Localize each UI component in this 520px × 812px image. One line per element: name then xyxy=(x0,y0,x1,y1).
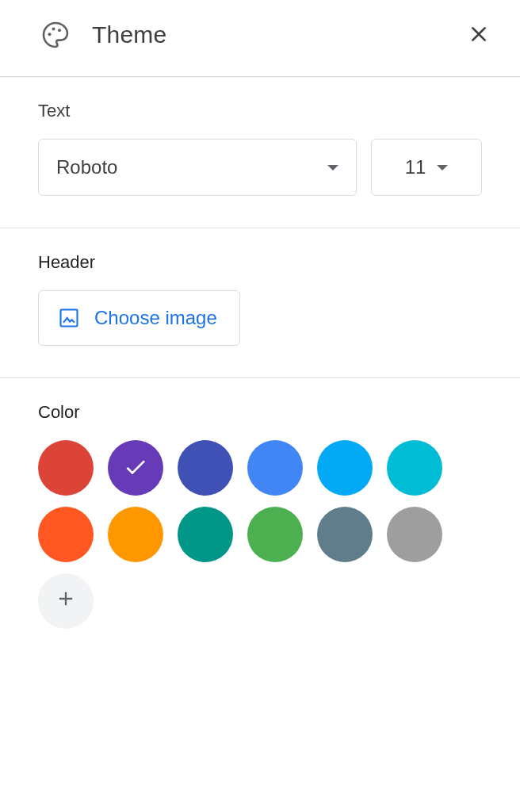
color-swatch-6[interactable] xyxy=(38,507,94,562)
color-swatch-9[interactable] xyxy=(247,507,303,562)
color-swatch-4[interactable] xyxy=(317,440,373,496)
svg-point-2 xyxy=(58,29,61,32)
svg-rect-3 xyxy=(61,310,78,327)
chevron-down-icon xyxy=(437,165,448,170)
close-button[interactable] xyxy=(460,16,498,54)
color-swatch-8[interactable] xyxy=(178,507,233,562)
check-icon xyxy=(123,454,148,482)
svg-point-1 xyxy=(52,28,55,31)
font-dropdown[interactable]: Roboto xyxy=(38,139,357,196)
header-section-label: Header xyxy=(38,252,482,273)
text-section-label: Text xyxy=(38,101,482,121)
color-swatch-0[interactable] xyxy=(38,440,94,496)
color-swatch-11[interactable] xyxy=(387,507,442,562)
color-swatch-7[interactable] xyxy=(108,507,163,562)
color-section: Color xyxy=(0,378,520,661)
text-section: Text Roboto 11 xyxy=(0,77,520,228)
font-dropdown-value: Roboto xyxy=(56,156,327,178)
color-swatch-5[interactable] xyxy=(387,440,442,496)
header-section: Header Choose image xyxy=(0,228,520,378)
panel-title: Theme xyxy=(92,21,460,48)
color-swatch-3[interactable] xyxy=(247,440,303,496)
color-swatch-1[interactable] xyxy=(108,440,163,496)
theme-panel: Theme Text Roboto 11 Header xyxy=(0,0,520,661)
close-icon xyxy=(466,21,491,49)
color-section-label: Color xyxy=(38,402,482,423)
color-swatch-2[interactable] xyxy=(178,440,233,496)
image-icon xyxy=(58,307,80,329)
svg-point-0 xyxy=(48,33,52,36)
choose-image-button[interactable]: Choose image xyxy=(38,290,240,346)
color-swatch-grid xyxy=(38,440,482,629)
choose-image-label: Choose image xyxy=(94,307,217,329)
plus-icon xyxy=(55,587,77,616)
font-size-value: 11 xyxy=(405,156,426,178)
chevron-down-icon xyxy=(327,165,338,170)
add-color-button[interactable] xyxy=(38,573,94,629)
color-swatch-10[interactable] xyxy=(317,507,373,562)
palette-icon xyxy=(38,17,73,52)
font-size-dropdown[interactable]: 11 xyxy=(371,139,482,196)
panel-header: Theme xyxy=(0,0,520,77)
